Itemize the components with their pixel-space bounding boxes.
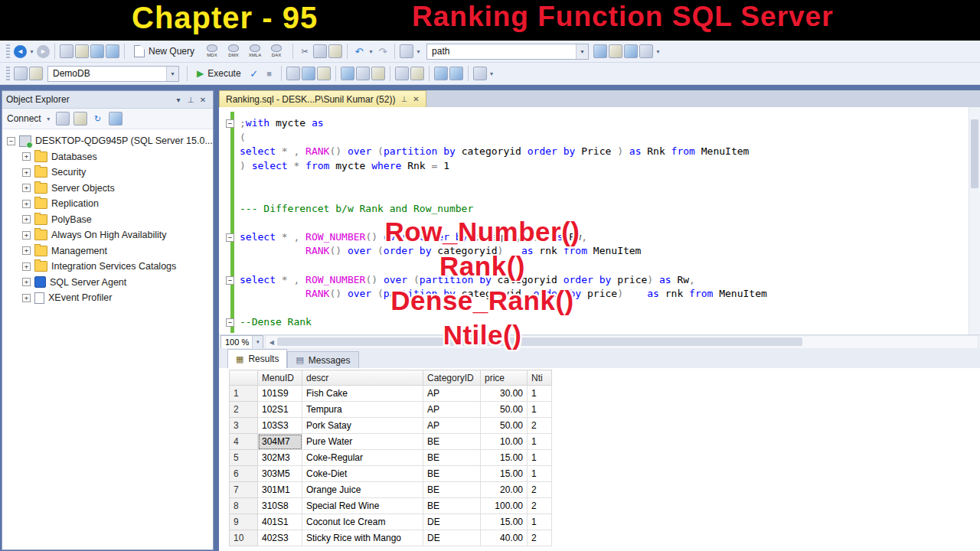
result-cell[interactable]: 101S9 — [258, 386, 302, 402]
row-number-cell[interactable]: 1 — [230, 386, 258, 402]
expand-icon[interactable]: + — [22, 184, 31, 192]
back-history-dropdown-icon[interactable]: ▾ — [28, 48, 35, 55]
toolbar-overflow-icon[interactable]: ▾ — [655, 48, 662, 55]
expand-icon[interactable]: + — [22, 200, 31, 208]
fold-marker-icon[interactable]: − — [226, 233, 234, 242]
result-cell[interactable]: AP — [423, 386, 481, 402]
results-grid[interactable]: MenuIDdescrCategoryIDpriceNti 1101S9Fish… — [229, 370, 552, 546]
result-row[interactable]: 7301M1Orange JuiceBE20.002 — [230, 482, 552, 498]
row-number-cell[interactable]: 4 — [230, 434, 258, 450]
result-cell[interactable]: Coke-Diet — [302, 466, 423, 482]
result-cell[interactable]: 50.00 — [481, 418, 528, 434]
object-explorer-titlebar[interactable]: Object Explorer ▾ ⊥ ✕ — [2, 91, 213, 109]
result-cell[interactable]: 1 — [528, 386, 552, 402]
result-row[interactable]: 10402S3Sticky Rice with MangoDE40.002 — [230, 530, 552, 546]
result-cell[interactable]: 2 — [528, 530, 552, 546]
expand-icon[interactable]: + — [22, 152, 31, 161]
find-dropdown-icon[interactable]: ▾ — [415, 48, 422, 55]
comment-selection-icon[interactable] — [395, 67, 409, 80]
editor-horizontal-scrollbar[interactable]: ◀ — [265, 335, 978, 349]
result-row[interactable]: 3103S3Pork SatayAP50.002 — [230, 418, 552, 434]
increase-indent-icon[interactable] — [449, 67, 463, 80]
tree-item-xevent-profiler[interactable]: +XEvent Profiler — [2, 290, 213, 306]
result-row[interactable]: 8310S8Special Red WineBE100.002 — [230, 498, 552, 514]
new-dmx-query-icon[interactable]: DMX — [224, 44, 243, 58]
result-cell[interactable]: 303M5 — [258, 466, 302, 482]
navigate-back-icon[interactable]: ◄ — [14, 45, 27, 58]
result-cell[interactable]: DE — [423, 530, 481, 546]
properties-window-icon[interactable] — [609, 44, 622, 58]
window-menu-icon[interactable]: ▾ — [172, 96, 185, 104]
connect-dropdown-icon[interactable]: ▾ — [45, 116, 52, 122]
scrollbar-track[interactable] — [277, 336, 978, 348]
result-cell[interactable]: 20.00 — [481, 482, 528, 498]
tree-item-integration-services-catalogs[interactable]: +Integration Services Catalogs — [2, 259, 213, 275]
result-cell[interactable]: DE — [423, 514, 481, 530]
tree-item-polybase[interactable]: +PolyBase — [2, 212, 213, 228]
expand-icon[interactable]: + — [22, 294, 31, 302]
tree-item-always-on-high-availability[interactable]: +Always On High Availability — [2, 227, 213, 243]
result-row[interactable]: 6303M5Coke-DietBE15.001 — [230, 466, 552, 482]
result-cell[interactable]: 1 — [528, 434, 552, 450]
expand-icon[interactable]: + — [22, 231, 31, 240]
result-cell[interactable]: 100.00 — [481, 498, 528, 514]
result-cell[interactable]: Orange Juice — [302, 482, 423, 498]
scrollbar-thumb[interactable] — [971, 119, 978, 188]
result-row[interactable]: 1101S9Fish CakeAP30.001 — [230, 386, 552, 402]
pin-icon[interactable]: ⊥ — [185, 96, 197, 104]
redo-icon[interactable]: ↷ — [376, 44, 390, 58]
copy-icon[interactable] — [313, 44, 327, 58]
row-number-cell[interactable]: 2 — [230, 402, 258, 418]
tab-ranking-sql[interactable]: Ranking.sql - DESK...P\Sunil Kumar (52))… — [219, 90, 426, 107]
result-cell[interactable]: 2 — [528, 418, 552, 434]
new-query-current-connection-icon[interactable] — [60, 44, 74, 58]
undo-dropdown-icon[interactable]: ▾ — [368, 48, 374, 55]
result-row[interactable]: 5302M3Coke-RegularBE15.001 — [230, 450, 552, 466]
expand-icon[interactable]: + — [22, 168, 31, 177]
zoom-dropdown-icon[interactable]: ▾ — [252, 336, 263, 348]
scrollbar-thumb[interactable] — [277, 337, 802, 346]
result-cell[interactable]: 15.00 — [481, 450, 528, 466]
stop-icon[interactable] — [74, 112, 87, 126]
disconnect-icon[interactable] — [56, 112, 70, 126]
new-query-button[interactable]: New Query — [129, 44, 199, 59]
zoom-level-select[interactable]: 100 % ▾ — [220, 335, 263, 349]
close-tab-icon[interactable]: ✕ — [413, 95, 419, 103]
template-explorer-icon[interactable] — [624, 44, 638, 58]
tab-messages[interactable]: ▤ Messages — [287, 351, 358, 368]
grid-corner-cell[interactable] — [230, 370, 258, 386]
open-file-icon[interactable] — [75, 44, 89, 58]
column-header-categoryid[interactable]: CategoryID — [423, 370, 481, 386]
refresh-icon[interactable]: ↻ — [91, 112, 105, 126]
result-cell[interactable]: 30.00 — [481, 386, 528, 402]
result-cell[interactable]: 401S1 — [258, 514, 302, 530]
result-cell[interactable]: Special Red Wine — [302, 498, 423, 514]
results-to-grid-icon[interactable] — [356, 67, 370, 80]
combo-dropdown-icon[interactable]: ▾ — [166, 67, 178, 81]
column-header-price[interactable]: price — [481, 370, 528, 386]
result-cell[interactable]: 304M7 — [258, 434, 302, 450]
row-number-cell[interactable]: 3 — [230, 418, 258, 434]
tree-item-security[interactable]: +Security — [2, 165, 213, 181]
collapse-icon[interactable]: − — [7, 137, 15, 145]
result-cell[interactable]: Pork Satay — [302, 418, 423, 434]
toolbar-overflow-icon[interactable]: ▾ — [488, 70, 495, 77]
sql-code-editor[interactable]: −;with mycte as(select * , RANK() over (… — [219, 107, 980, 334]
fold-marker-icon[interactable]: − — [226, 119, 234, 128]
results-to-text-icon[interactable] — [341, 67, 354, 80]
available-databases-combobox[interactable]: DemoDB ▾ — [47, 66, 179, 82]
result-cell[interactable]: 402S3 — [258, 530, 302, 546]
connect-button[interactable]: Connect — [7, 113, 41, 124]
result-cell[interactable]: Sticky Rice with Mango — [302, 530, 423, 546]
client-statistics-icon[interactable] — [317, 67, 331, 80]
tree-item-server-objects[interactable]: +Server Objects — [2, 181, 213, 197]
decrease-indent-icon[interactable] — [434, 67, 448, 80]
new-mdx-query-icon[interactable]: MDX — [203, 44, 221, 58]
result-cell[interactable]: Coke-Regular — [302, 450, 423, 466]
estimated-plan-icon[interactable] — [286, 67, 300, 80]
row-number-cell[interactable]: 8 — [230, 498, 258, 514]
result-cell[interactable]: 302M3 — [258, 450, 302, 466]
navigate-forward-icon[interactable]: ► — [37, 45, 50, 58]
result-cell[interactable]: AP — [423, 402, 481, 418]
toolbar-grip[interactable] — [6, 44, 10, 58]
